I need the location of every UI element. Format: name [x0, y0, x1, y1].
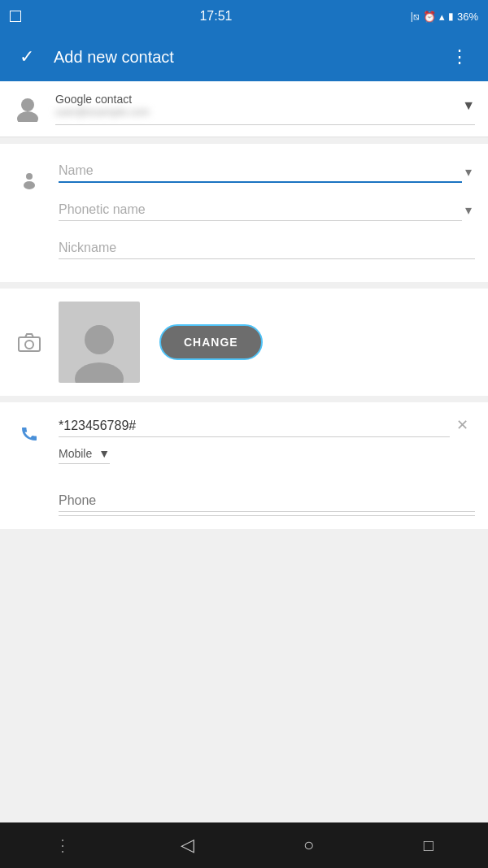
account-email: user@example.com — [55, 106, 150, 118]
bottom-nav: ⋮ ◁ ○ □ — [0, 822, 488, 868]
phone-row: ✕ Mobile ▼ — [13, 402, 475, 464]
battery-icon: ▮ — [448, 11, 454, 22]
nav-back-button[interactable]: ◁ — [181, 835, 194, 856]
svg-point-3 — [24, 181, 35, 189]
more-options-button[interactable]: ⋮ — [444, 43, 475, 71]
nickname-input[interactable] — [59, 234, 475, 259]
phonetic-expand-button[interactable]: ▾ — [462, 199, 475, 221]
status-bar: 17:51 |⧅ ⏰ ▴ ▮ 36% — [0, 0, 488, 33]
person-icon — [20, 170, 39, 189]
confirm-button[interactable]: ✓ — [13, 43, 41, 71]
change-photo-button[interactable]: CHANGE — [159, 324, 263, 360]
name-expand-button[interactable]: ▾ — [462, 161, 475, 183]
nav-home-icon: ○ — [303, 835, 314, 856]
phone-fields: ✕ Mobile ▼ — [59, 412, 475, 464]
alarm-icon: ⏰ — [423, 11, 436, 23]
account-avatar — [13, 93, 42, 125]
content-area: Google contact user@example.com ▼ ▾ — [0, 81, 488, 822]
clear-phone-button[interactable]: ✕ — [450, 413, 475, 437]
photo-section: CHANGE — [0, 289, 488, 396]
svg-point-5 — [25, 341, 33, 349]
name-input[interactable] — [59, 157, 462, 183]
phone-row-2 — [13, 464, 475, 516]
camera-icon — [18, 332, 41, 352]
nickname-field-group — [59, 234, 475, 259]
account-dropdown-icon: ▼ — [462, 98, 475, 113]
phone-icon — [20, 423, 39, 443]
svg-point-1 — [17, 111, 38, 122]
battery-text: 36% — [457, 11, 478, 23]
phone-placeholder[interactable] — [59, 480, 475, 516]
wifi-icon: ▴ — [439, 11, 445, 23]
form-section: ▾ ▾ — [0, 144, 488, 282]
svg-point-6 — [85, 325, 114, 354]
more-icon: ⋮ — [451, 46, 468, 67]
phone-section: ✕ Mobile ▼ — [0, 402, 488, 529]
account-label: Google contact — [55, 93, 150, 106]
phone-type-label: Mobile — [59, 447, 92, 460]
signal-icon: |⧅ — [411, 11, 420, 22]
svg-point-7 — [75, 362, 124, 383]
nav-back-icon: ◁ — [181, 835, 194, 856]
phone-type-select[interactable]: Mobile ▼ — [59, 447, 110, 464]
phone-2-input[interactable] — [59, 487, 475, 512]
name-row: ▾ ▾ — [0, 150, 488, 269]
account-row: Google contact user@example.com ▼ — [0, 81, 488, 137]
contact-photo-placeholder — [59, 302, 140, 383]
phone-number-input[interactable] — [59, 412, 450, 437]
phone-type-dropdown-icon: ▼ — [98, 447, 110, 460]
app-bar: ✓ Add new contact ⋮ — [0, 33, 488, 81]
status-time: 17:51 — [199, 9, 232, 23]
page-title: Add new contact — [54, 48, 431, 67]
photo-content: CHANGE — [59, 302, 263, 383]
phonetic-field-group: ▾ — [59, 196, 475, 221]
nav-menu-button[interactable]: ⋮ — [54, 835, 71, 855]
nav-home-button[interactable]: ○ — [303, 835, 314, 856]
nav-recent-icon: □ — [424, 836, 434, 855]
name-field-group: ▾ — [59, 157, 475, 183]
nav-menu-icon: ⋮ — [54, 835, 71, 855]
check-icon: ✓ — [20, 46, 34, 67]
phonetic-name-input[interactable] — [59, 196, 462, 221]
account-select[interactable]: Google contact user@example.com ▼ — [55, 93, 475, 125]
status-bar-square-icon — [10, 11, 21, 22]
svg-point-2 — [26, 173, 33, 180]
nav-recent-button[interactable]: □ — [424, 836, 434, 855]
svg-point-0 — [21, 98, 34, 111]
